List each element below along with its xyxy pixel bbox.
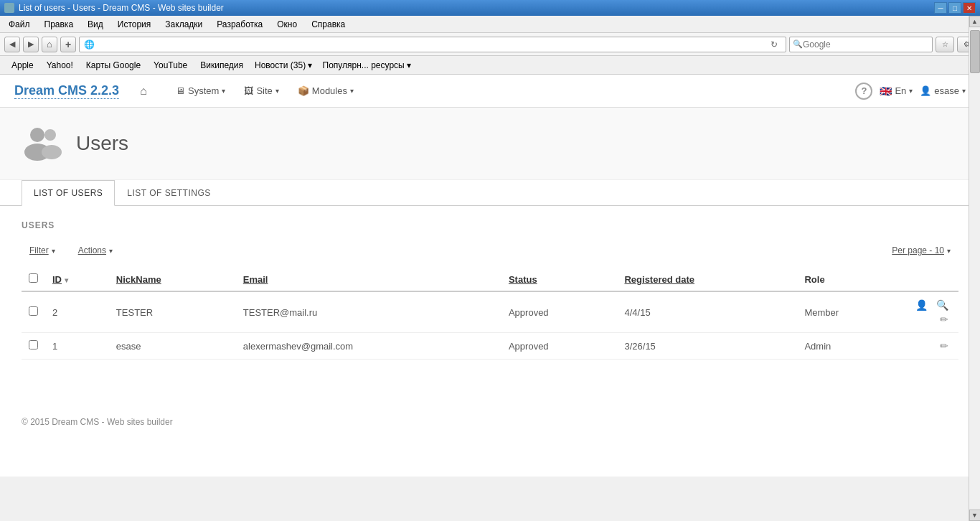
modules-label: Modules <box>312 85 347 96</box>
user-icon: 👤 <box>920 85 931 96</box>
table-row: 2 TESTER TESTER@mail.ru Approved 4/4/15 … <box>22 291 958 333</box>
window-icon <box>4 3 14 13</box>
bookmark-youtube[interactable]: YouTube <box>148 59 193 72</box>
cell-email-1: TESTER@mail.ru <box>236 291 501 333</box>
row-checkbox-1[interactable] <box>29 306 38 316</box>
language-label: En <box>895 85 906 96</box>
actions-button[interactable]: Actions ▾ <box>70 242 121 259</box>
cms-header-right: ? 🇬🇧 En ▾ 👤 esase ▾ <box>855 83 966 100</box>
table-row: 1 esase alexermashev@gmail.com Approved … <box>22 333 958 360</box>
modules-dropdown-icon: ▾ <box>350 87 354 95</box>
nav-bar: ◀ ▶ ⌂ + 🌐 ↻ 🔍 ☆ ⚙ <box>0 33 980 56</box>
url-input[interactable] <box>98 39 764 50</box>
site-icon: 🖼 <box>244 85 253 96</box>
bookmark-wikipedia[interactable]: Википедия <box>194 59 249 72</box>
cms-nav-modules[interactable]: 📦 Modules ▾ <box>290 80 362 101</box>
col-id[interactable]: ID ▾ <box>45 268 109 291</box>
users-table-area: USERS Filter ▾ Actions ▾ Per page - 10 ▾ <box>0 206 980 374</box>
filter-dropdown-icon: ▾ <box>52 247 55 255</box>
maximize-button[interactable]: □ <box>948 2 961 14</box>
tab-list-of-users[interactable]: LIST OF USERS <box>22 180 115 206</box>
filter-button[interactable]: Filter ▾ <box>22 242 63 259</box>
cell-status-1: Approved <box>501 291 618 333</box>
close-button[interactable]: ✕ <box>963 2 976 14</box>
page-header: Users <box>0 108 980 180</box>
new-tab-button[interactable]: + <box>60 37 76 52</box>
cell-date-2: 3/26/15 <box>617 333 797 360</box>
svg-point-0 <box>30 128 44 142</box>
section-label: USERS <box>22 220 958 230</box>
cms-header: Dream CMS 2.2.3 ⌂ 🖥 System ▾ 🖼 Site ▾ 📦 … <box>0 75 980 108</box>
col-registered-date[interactable]: Registered date <box>617 268 797 291</box>
cms-nav-site[interactable]: 🖼 Site ▾ <box>236 80 286 101</box>
scroll-thumb[interactable] <box>970 30 980 73</box>
bookmark-google-maps[interactable]: Карты Google <box>80 59 146 72</box>
col-nickname[interactable]: NickName <box>109 268 236 291</box>
col-email[interactable]: Email <box>236 268 501 291</box>
footer-text: © 2015 Dream CMS - Web sites builder <box>22 417 173 427</box>
svg-point-3 <box>42 145 62 159</box>
refresh-button[interactable]: ↻ <box>767 37 781 52</box>
search-bar: 🔍 <box>789 37 933 52</box>
per-page-dropdown-icon: ▾ <box>947 247 951 255</box>
forward-button[interactable]: ▶ <box>23 37 39 52</box>
scroll-up-button[interactable]: ▲ <box>969 16 981 27</box>
search-input[interactable] <box>803 39 929 50</box>
col-role: Role <box>797 268 901 291</box>
menu-edit[interactable]: Правка <box>39 18 80 31</box>
cell-nickname-1: TESTER <box>109 291 236 333</box>
row-checkbox-2[interactable] <box>29 340 38 349</box>
bookmark-news[interactable]: Новости (35) ▾ <box>250 59 316 72</box>
cell-role-2: Admin <box>797 333 901 360</box>
bookmark-yahoo[interactable]: Yahoo! <box>41 59 79 72</box>
menu-bar: Файл Правка Вид История Закладки Разрабо… <box>0 16 980 33</box>
user-menu[interactable]: 👤 esase ▾ <box>920 85 966 96</box>
cell-role-1: Member <box>797 291 901 333</box>
search-icon: 🔍 <box>793 39 803 49</box>
cms-home-button[interactable]: ⌂ <box>133 81 154 101</box>
scrollbar: ▲ ▼ <box>969 16 980 477</box>
menu-dev[interactable]: Разработка <box>211 18 268 31</box>
home-button[interactable]: ⌂ <box>42 37 57 52</box>
minimize-button[interactable]: ─ <box>934 2 947 14</box>
cms-footer: © 2015 Dream CMS - Web sites builder <box>0 403 980 441</box>
cms-logo[interactable]: Dream CMS 2.2.3 <box>14 83 119 99</box>
per-page-button[interactable]: Per page - 10 ▾ <box>884 242 958 259</box>
select-all-checkbox[interactable] <box>29 273 38 283</box>
bookmark-popular[interactable]: Популярн... ресурсы ▾ <box>319 59 416 72</box>
modules-icon: 📦 <box>298 85 309 96</box>
back-button[interactable]: ◀ <box>4 37 20 52</box>
page-title: Users <box>76 132 128 155</box>
menu-help[interactable]: Справка <box>306 18 351 31</box>
cell-date-1: 4/4/15 <box>617 291 797 333</box>
actions-label: Actions <box>78 245 106 255</box>
menu-file[interactable]: Файл <box>3 18 36 31</box>
col-status[interactable]: Status <box>501 268 618 291</box>
users-table: ID ▾ NickName Email Status Registered da… <box>22 268 958 360</box>
bookmark-star-button[interactable]: ☆ <box>936 37 954 52</box>
tabs-container: LIST OF USERS LIST OF SETTINGS <box>0 180 980 206</box>
menu-history[interactable]: История <box>112 18 157 31</box>
menu-view[interactable]: Вид <box>82 18 109 31</box>
bookmark-apple[interactable]: Apple <box>6 59 39 72</box>
language-dropdown-icon: ▾ <box>909 87 913 95</box>
main-content: Dream CMS 2.2.3 ⌂ 🖥 System ▾ 🖼 Site ▾ 📦 … <box>0 75 980 477</box>
language-selector[interactable]: 🇬🇧 En ▾ <box>880 85 913 97</box>
cms-nav: 🖥 System ▾ 🖼 Site ▾ 📦 Modules ▾ <box>168 80 362 101</box>
bookmarks-bar: Apple Yahoo! Карты Google YouTube Википе… <box>0 56 980 75</box>
edit-user-button-2[interactable]: ✏ <box>937 339 951 353</box>
actions-dropdown-icon: ▾ <box>109 247 113 255</box>
menu-bookmarks[interactable]: Закладки <box>159 18 208 31</box>
system-dropdown-icon: ▾ <box>222 87 225 95</box>
tab-list-of-settings[interactable]: LIST OF SETTINGS <box>115 180 222 206</box>
menu-window[interactable]: Окно <box>271 18 303 31</box>
view-user-button-1[interactable]: 👤 <box>913 298 930 312</box>
help-button[interactable]: ? <box>855 83 872 100</box>
search-user-button-1[interactable]: 🔍 <box>933 298 951 312</box>
cell-status-2: Approved <box>501 333 618 360</box>
edit-user-button-1[interactable]: ✏ <box>937 312 951 327</box>
cell-email-2: alexermashev@gmail.com <box>236 333 501 360</box>
window-title: List of users - Users - Dream CMS - Web … <box>19 3 224 13</box>
flag-icon: 🇬🇧 <box>880 85 892 97</box>
cms-nav-system[interactable]: 🖥 System ▾ <box>168 80 233 101</box>
